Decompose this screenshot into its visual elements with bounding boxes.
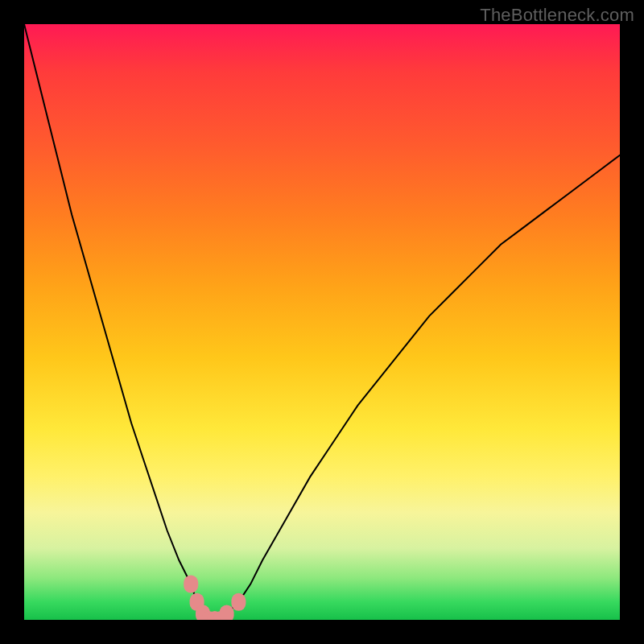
- curve-svg: [24, 24, 620, 620]
- chart-frame: TheBottleneck.com: [0, 0, 644, 644]
- watermark-text: TheBottleneck.com: [480, 5, 634, 26]
- curve-markers: [184, 576, 246, 620]
- curve-marker: [184, 576, 198, 593]
- curve-marker: [231, 593, 246, 611]
- curve-marker: [220, 605, 234, 620]
- bottleneck-curve: [24, 24, 620, 620]
- plot-area: [24, 24, 620, 620]
